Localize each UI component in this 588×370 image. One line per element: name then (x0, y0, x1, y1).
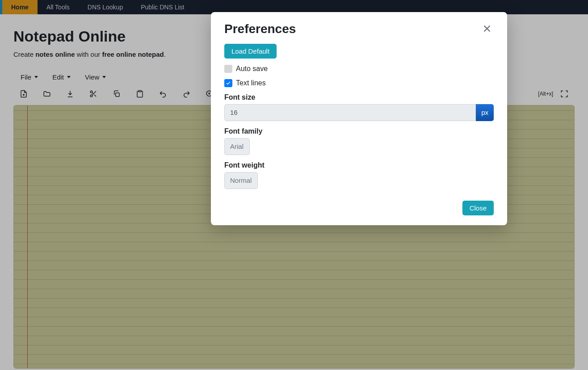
font-family-label: Font family (224, 127, 494, 135)
close-button[interactable]: Close (462, 201, 494, 215)
modal-title: Preferences (224, 22, 296, 36)
auto-save-label: Auto save (236, 65, 268, 73)
font-size-unit: px (476, 104, 494, 121)
font-size-group: px (224, 104, 494, 121)
load-default-button[interactable]: Load Default (224, 44, 277, 59)
modal-header: Preferences (224, 22, 494, 37)
auto-save-checkbox[interactable] (224, 65, 232, 73)
text-lines-checkbox[interactable] (224, 79, 232, 87)
font-weight-label: Font weight (224, 161, 494, 169)
auto-save-row[interactable]: Auto save (224, 65, 494, 73)
font-size-label: Font size (224, 93, 494, 101)
text-lines-row[interactable]: Text lines (224, 79, 494, 87)
font-family-select[interactable]: Arial (224, 138, 250, 155)
text-lines-label: Text lines (236, 79, 266, 87)
modal-footer: Close (224, 201, 494, 215)
close-icon[interactable] (480, 22, 494, 37)
font-size-input[interactable] (224, 104, 476, 121)
preferences-modal: Preferences Load Default Auto save Text … (211, 12, 507, 225)
font-weight-select[interactable]: Normal (224, 172, 258, 189)
